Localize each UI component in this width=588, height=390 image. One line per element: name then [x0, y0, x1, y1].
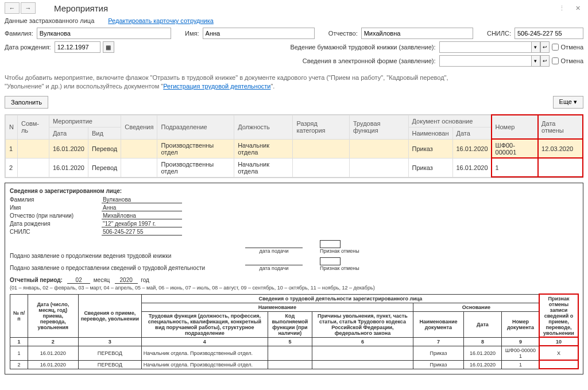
close-icon[interactable]: ✕ [572, 2, 583, 14]
snils-label: СНИЛС: [487, 30, 511, 37]
cell: 16.01.2020 [452, 139, 492, 158]
rth-naming: Наименование [141, 303, 413, 311]
back-button[interactable]: ← [5, 2, 20, 14]
cell: Начальник отдела [234, 139, 293, 158]
edit-employee-link[interactable]: Редактировать карточку сотрудника [108, 17, 214, 24]
rth-reason: Причины увольнения, пункт, часть статьи,… [312, 311, 413, 337]
eform-input[interactable] [439, 55, 531, 67]
col-num: Номер [492, 115, 538, 139]
col-n: N [6, 115, 18, 139]
rth-n9: 9 [501, 337, 539, 346]
cell: ШФ00-000001 [492, 139, 538, 158]
insured-label: Данные застрахованного лица [5, 17, 94, 24]
col-cancel: Дата отмены [538, 115, 583, 139]
rep-datesub1: дата подачи [245, 248, 303, 254]
table-row[interactable]: 2 16.01.2020 Перевод Производственны отд… [6, 158, 583, 177]
rth-npp: № п/п [10, 294, 28, 337]
report-row: 2 16.01.2020 ПЕРЕВОД Начальник отдела. П… [10, 360, 578, 369]
rep-firstname-lbl: Имя [10, 204, 102, 211]
firstname-input[interactable] [203, 28, 315, 39]
cell: Перевод [88, 139, 121, 158]
cell: 1 [6, 139, 18, 158]
rep-snils-lbl: СНИЛС [10, 229, 102, 235]
more-button[interactable]: Еще ▾ [553, 96, 583, 109]
rep-period-lbl: Отчетный период: [10, 277, 63, 283]
cell: 16.01.2020 [49, 139, 88, 158]
rth-basis: Основание [413, 303, 539, 311]
forward-button[interactable]: → [21, 2, 36, 14]
cell: 1 [492, 158, 538, 177]
lastname-input[interactable] [37, 28, 172, 39]
rth-n4: 4 [141, 337, 268, 346]
table-row[interactable]: 1 16.01.2020 Перевод Производственны отд… [6, 139, 583, 158]
info-line1: Чтобы добавить мероприятие, включите фла… [5, 74, 583, 82]
birthdate-input[interactable] [55, 41, 100, 53]
eform-dropdown[interactable]: ▾ [531, 55, 540, 67]
cell: 2 [6, 158, 18, 177]
page-title: Мероприятия [54, 3, 108, 13]
rth-n8: 8 [463, 337, 501, 346]
rep-month-lbl: месяц [94, 277, 110, 283]
rth-func: Трудовая функция (должность, профессия, … [141, 311, 268, 337]
rth-n2: 2 [28, 337, 78, 346]
paperbook-open[interactable]: ↩ [540, 41, 550, 53]
col-docdate: Дата [452, 127, 492, 139]
col-sovm: Совм-ль [17, 115, 49, 139]
menu-icon[interactable]: ⋮ [556, 2, 567, 14]
rth-ddate: Дата [463, 311, 501, 337]
eform-cancel-label: Отмена [561, 57, 583, 64]
rep-birthdate: "12" декабря 1997 г. [102, 221, 182, 227]
rep-year: 2020 [115, 277, 138, 284]
rep-lastname: Вулканова [102, 196, 182, 203]
snils-input[interactable] [514, 28, 583, 39]
cell: Приказ [408, 158, 452, 177]
cell: Производственны отдел [157, 139, 234, 158]
rth-n1: 1 [10, 337, 28, 346]
rth-n6: 6 [312, 337, 413, 346]
fill-button[interactable]: Заполнить [5, 96, 48, 109]
cell: Приказ [408, 139, 452, 158]
rep-birthdate-lbl: Дата рождения [10, 221, 102, 227]
firstname-label: Имя: [185, 30, 199, 37]
info-line2b: ". [270, 83, 274, 90]
paperbook-label: Ведение бумажной трудовой книжки (заявле… [290, 44, 435, 51]
rth-n5: 5 [268, 337, 312, 346]
reg-activity-link[interactable]: Регистрация трудовой деятельности [163, 83, 270, 90]
patronymic-label: Отчество: [328, 30, 358, 37]
info-line2a: "Увольнение" и др.) или воспользуйтесь д… [5, 83, 163, 90]
col-event: Мероприятие [49, 115, 121, 127]
col-docbase: Документ основание [408, 115, 492, 127]
rep-firstname: Анна [102, 204, 182, 211]
col-docname: Наименован [408, 127, 452, 139]
rth-cancel: Признак отмены записи сведений о приеме,… [539, 294, 578, 337]
cell: 16.01.2020 [49, 158, 88, 177]
eform-cancel-check[interactable] [552, 57, 559, 64]
rep-datesub2: дата подачи [245, 265, 303, 271]
lastname-label: Фамилия: [5, 30, 33, 37]
paperbook-dropdown[interactable]: ▾ [531, 41, 540, 53]
rep-app2: Подано заявление о предоставлении сведен… [10, 265, 228, 271]
report-panel: Сведения о зарегистрированном лице: Фами… [5, 183, 583, 374]
col-date: Дата [49, 127, 88, 139]
calendar-icon[interactable]: ▦ [103, 41, 114, 53]
rep-months: (01 – январь, 02 – февраль, 03 – март, 0… [10, 285, 578, 291]
cell: Производственны отдел [157, 158, 234, 177]
events-table[interactable]: N Совм-ль Мероприятие Сведения Подраздел… [5, 115, 583, 177]
col-func: Трудовая функция [349, 115, 408, 139]
rth-code: Код выполняемой функции (при наличии) [268, 311, 312, 337]
rth-n7: 7 [413, 337, 463, 346]
paperbook-cancel-check[interactable] [552, 44, 559, 51]
eform-open[interactable]: ↩ [540, 55, 550, 67]
rep-month: 02 [67, 277, 90, 284]
col-kind: Вид [88, 127, 121, 139]
paperbook-input[interactable] [439, 41, 531, 53]
report-table: № п/п Дата (число, месяц, год) приема, п… [10, 294, 578, 369]
cell: 12.03.2020 [538, 139, 583, 158]
info-line2-wrap: "Увольнение" и др.) или воспользуйтесь д… [5, 82, 583, 91]
rth-event: Сведения о приеме, переводе, увольнении [78, 294, 141, 337]
col-pos: Должность [234, 115, 293, 139]
report-title: Сведения о зарегистрированном лице: [10, 188, 578, 194]
rep-year-lbl: год [141, 277, 149, 283]
rep-cancelmark1: Признак отмены [320, 248, 359, 254]
patronymic-input[interactable] [361, 28, 474, 39]
